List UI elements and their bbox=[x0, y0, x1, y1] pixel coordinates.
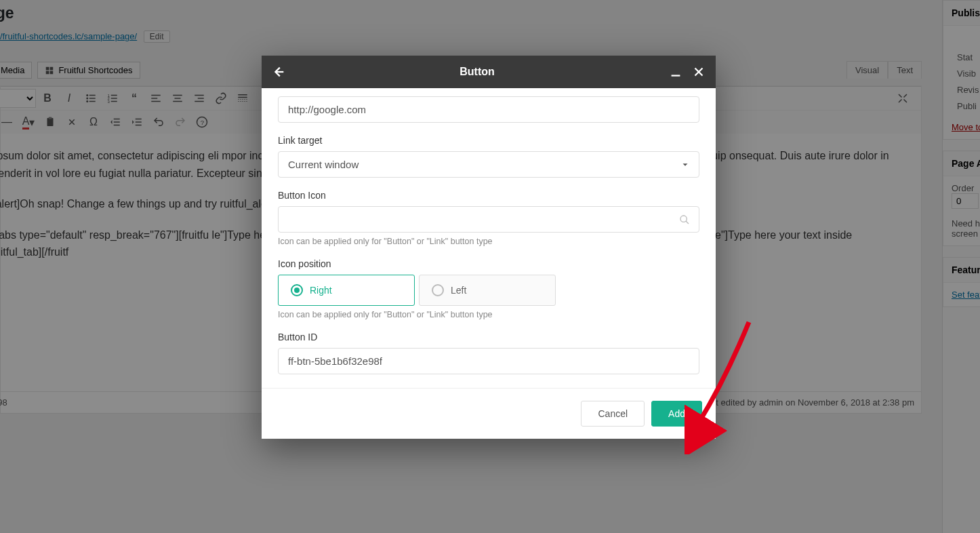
icon-position-left[interactable]: Left bbox=[419, 275, 556, 306]
icon-help-text: Icon can be applied only for "Button" or… bbox=[278, 237, 699, 246]
modal-title: Button bbox=[286, 66, 668, 78]
close-icon bbox=[691, 64, 706, 79]
search-icon bbox=[679, 214, 690, 225]
button-icon-label: Button Icon bbox=[278, 190, 699, 201]
button-icon-input[interactable] bbox=[278, 206, 699, 233]
arrow-left-icon bbox=[271, 64, 286, 79]
close-button[interactable] bbox=[691, 64, 706, 79]
button-modal: Button Button link Link target Button Ic… bbox=[262, 56, 716, 439]
icon-position-help-text: Icon can be applied only for "Button" or… bbox=[278, 310, 699, 319]
icon-position-label: Icon position bbox=[278, 258, 699, 269]
button-link-input[interactable] bbox=[278, 96, 699, 123]
cancel-button[interactable]: Cancel bbox=[581, 401, 645, 427]
button-id-input[interactable] bbox=[278, 348, 699, 374]
link-target-select[interactable] bbox=[278, 151, 699, 178]
back-button[interactable] bbox=[271, 64, 286, 79]
add-button[interactable]: Add bbox=[651, 401, 702, 427]
icon-position-right[interactable]: Right bbox=[278, 275, 415, 306]
svg-point-41 bbox=[680, 216, 687, 222]
icon-position-radio-group: Right Left bbox=[278, 275, 699, 306]
link-target-label: Link target bbox=[278, 135, 699, 146]
modal-titlebar: Button bbox=[262, 56, 716, 88]
radio-label: Left bbox=[451, 285, 466, 296]
chevron-down-icon bbox=[680, 160, 690, 170]
radio-dot-icon bbox=[291, 284, 303, 296]
radio-label: Right bbox=[310, 285, 332, 296]
minimize-button[interactable] bbox=[668, 64, 683, 79]
button-id-label: Button ID bbox=[278, 332, 699, 342]
radio-dot-icon bbox=[432, 284, 444, 296]
minimize-icon bbox=[668, 64, 683, 79]
modal-footer: Cancel Add bbox=[262, 388, 716, 439]
